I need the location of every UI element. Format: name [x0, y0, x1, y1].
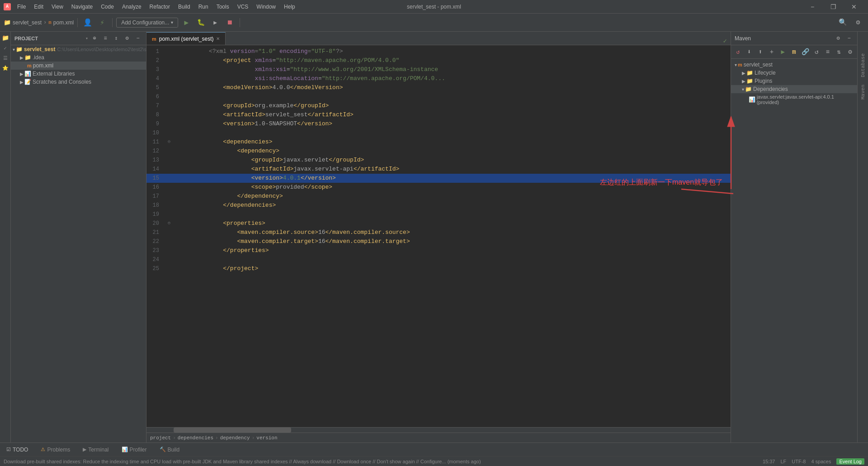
menu-run[interactable]: Run [195, 3, 212, 11]
menu-edit[interactable]: Edit [30, 3, 47, 11]
line-num-14: 14 [146, 165, 165, 174]
sidebar-dropdown-icon: ▾ [85, 36, 88, 41]
add-configuration-button[interactable]: Add Configuration... ▾ [116, 18, 178, 28]
line-num-1: 1 [146, 47, 165, 56]
maven-cycle-button[interactable]: ↺ [811, 46, 822, 58]
project-panel: Project ▾ ⊕ ≡ ⇕ ⚙ − ▾ 📁 servlet_sest C:\… [11, 32, 146, 442]
debug-button[interactable]: 🐛 [194, 16, 207, 29]
profiler-label: Profiler [130, 447, 147, 453]
database-tool-label[interactable]: Database [859, 50, 867, 81]
maven-plugins[interactable]: ▶ 📁 Plugins [731, 77, 857, 85]
bc-dependency: dependency [220, 435, 250, 441]
line-num-19: 19 [146, 210, 165, 219]
vcs-icon[interactable]: ⚡ [96, 16, 108, 29]
plugins-label: Plugins [755, 78, 772, 84]
gutter-20: ⊖ [165, 219, 174, 228]
maven-header: Maven ⚙ − [731, 32, 857, 45]
annotation-area: 左边红的上面刷新一下maven就导包了 [731, 252, 857, 442]
tree-idea-folder[interactable]: ▶ 📁 .idea [11, 53, 146, 62]
tab-bar: m pom.xml (servlet_sest) ✕ ✓ [146, 32, 731, 45]
pom-tab[interactable]: m pom.xml (servlet_sest) ✕ [146, 32, 226, 45]
run-button[interactable]: ▶ [180, 16, 193, 29]
profiler-tab[interactable]: 📊 Profiler [119, 446, 150, 454]
maven-root-expand: ▾ [735, 62, 737, 67]
maven-download-button[interactable]: ⬇ [744, 46, 755, 58]
sidebar-scope-button[interactable]: ⊕ [90, 34, 99, 43]
maven-run-button[interactable]: ▶ [778, 46, 788, 58]
maven-settings-button[interactable]: ⚙ [834, 34, 843, 43]
pom-tab-icon: m [152, 36, 156, 42]
bookmark-tool-button[interactable]: ⭐ [1, 63, 10, 72]
maven-m-button[interactable]: m [789, 46, 799, 58]
maven-refresh-button[interactable]: ↺ [733, 46, 743, 58]
line-num-15: 15 [146, 174, 165, 183]
status-lf: LF [780, 459, 786, 464]
terminal-tab[interactable]: ▶ Terminal [80, 446, 111, 454]
run-with-coverage[interactable]: ▶ [209, 16, 222, 29]
maven-root[interactable]: ▾ m servlet_sest [731, 61, 857, 69]
tree-scratches[interactable]: ▶ 📝 Scratches and Consoles [11, 78, 146, 86]
search-everywhere-button[interactable]: 🔍 [836, 16, 849, 29]
menu-build[interactable]: Build [175, 3, 194, 11]
menu-vcs[interactable]: VCS [234, 3, 252, 11]
menu-window[interactable]: Window [253, 3, 279, 11]
build-tab[interactable]: 🔨 Build [157, 446, 183, 454]
maximize-button[interactable]: ❐ [823, 0, 844, 14]
tree-pom-file[interactable]: m pom.xml [11, 62, 146, 70]
maven-minimize-button[interactable]: − [844, 34, 854, 43]
menu-file[interactable]: File [14, 3, 29, 11]
editor-hscrollbar[interactable] [146, 427, 731, 433]
project-tool-button[interactable]: 📁 [1, 33, 10, 43]
line-num-4: 4 [146, 74, 165, 83]
line-num-10: 10 [146, 128, 165, 138]
maven-gear-button[interactable]: ⚙ [845, 46, 855, 58]
root-path: C:\Users\Lenovo\Desktop\demo2\test2\serv… [57, 47, 157, 52]
menu-code[interactable]: Code [97, 3, 118, 11]
todo-tab[interactable]: ☑ TODO [4, 446, 31, 454]
maven-tree: ▾ m servlet_sest ▶ 📁 Lifecycle ▶ 📁 Plugi… [731, 59, 857, 252]
status-time: 15:37 [763, 459, 775, 464]
menu-navigate[interactable]: Navigate [68, 3, 96, 11]
maven-upload-button[interactable]: ⬆ [755, 46, 766, 58]
code-line-23: 23 </properties> [146, 246, 731, 255]
maven-lifecycle[interactable]: ▶ 📁 Lifecycle [731, 69, 857, 77]
gutter-11: ⊖ [165, 138, 174, 147]
sidebar-expand-button[interactable]: ≡ [101, 34, 110, 43]
stop-button[interactable]: ⏹ [223, 16, 236, 29]
root-label: servlet_sest [24, 46, 55, 52]
line-num-16: 16 [146, 183, 165, 192]
line-num-11: 11 [146, 138, 165, 147]
maven-add-button[interactable]: + [766, 46, 777, 58]
settings-button[interactable]: ⚙ [852, 16, 864, 29]
sidebar-gear-button[interactable]: ⚙ [123, 34, 132, 43]
structure-tool-button[interactable]: ☰ [1, 53, 10, 62]
problems-label: Problems [47, 447, 70, 453]
menu-help[interactable]: Help [280, 3, 299, 11]
account-button[interactable]: 👤 [81, 16, 94, 29]
sidebar-minimize-button[interactable]: − [133, 34, 142, 43]
maven-link-button[interactable]: 🔗 [800, 46, 811, 58]
problems-tab[interactable]: ⚠ Problems [38, 446, 73, 454]
maven-dep-servlet[interactable]: 📊 javax.servlet:javax.servlet-api:4.0.1 … [731, 93, 857, 106]
menu-tools[interactable]: Tools [213, 3, 233, 11]
tab-close-button[interactable]: ✕ [216, 36, 220, 41]
code-editor[interactable]: 1 <?xml version="1.0" encoding="UTF-8"?>… [146, 45, 731, 427]
close-button[interactable]: ✕ [844, 0, 864, 14]
commit-tool-button[interactable]: ✓ [1, 43, 10, 52]
terminal-label: Terminal [88, 447, 108, 453]
status-indent: 4 spaces [811, 459, 831, 464]
tree-root[interactable]: ▾ 📁 servlet_sest C:\Users\Lenovo\Desktop… [11, 45, 146, 53]
menu-view[interactable]: View [48, 3, 67, 11]
main-content: 📁 ✓ ☰ ⭐ Project ▾ ⊕ ≡ ⇕ ⚙ − ▾ 📁 servlet_… [0, 32, 868, 442]
sidebar-scroll-button[interactable]: ⇕ [112, 34, 121, 43]
maven-tool-label[interactable]: Maven [859, 81, 867, 103]
maven-sort-button[interactable]: ⇅ [834, 46, 844, 58]
minimize-button[interactable]: − [802, 0, 823, 14]
tree-external-libs[interactable]: ▶ 📊 External Libraries [11, 70, 146, 78]
menu-analyze[interactable]: Analyze [118, 3, 145, 11]
status-bar: Download pre-built shared indexes: Reduc… [0, 456, 868, 466]
maven-list-button[interactable]: ≡ [823, 46, 833, 58]
menu-refactor[interactable]: Refactor [146, 3, 174, 11]
event-log-button[interactable]: Event Log [836, 458, 864, 465]
maven-dependencies[interactable]: ▾ 📁 Dependencies [731, 85, 857, 93]
